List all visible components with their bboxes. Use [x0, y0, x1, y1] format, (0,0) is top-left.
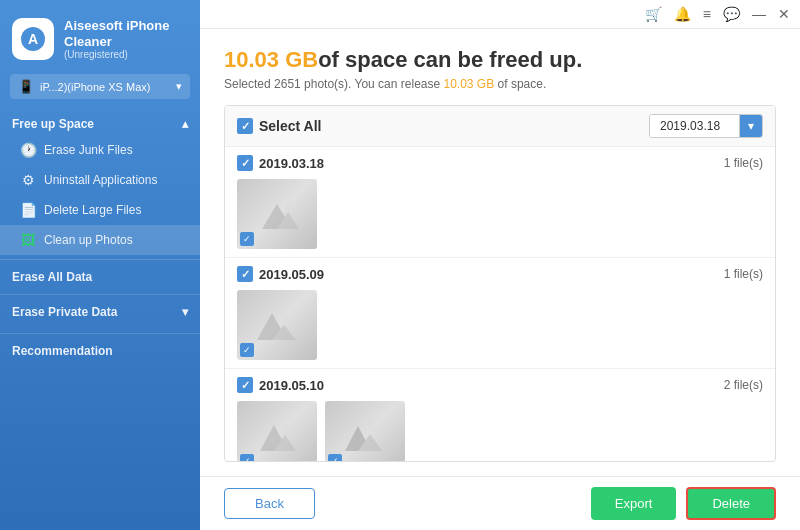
app-title-block: Aiseesoft iPhoneCleaner (Unregistered)	[64, 18, 169, 60]
phone-icon: 📱	[18, 79, 34, 94]
group-header-3: ✓ 2019.05.10 2 file(s)	[237, 377, 763, 393]
group-checkbox-2[interactable]: ✓	[237, 266, 253, 282]
main-content: 🛒 🔔 ≡ 💬 — ✕ 10.03 GBof space can be free…	[200, 0, 800, 530]
sidebar-item-delete-large[interactable]: 📄 Delete Large Files	[0, 195, 200, 225]
chevron-down-icon: ▾	[176, 80, 182, 93]
photo-thumb-1-1[interactable]: ✓	[237, 179, 317, 249]
section-free-up-space[interactable]: Free up Space ▴	[0, 109, 200, 135]
bell-icon[interactable]: 🔔	[674, 6, 691, 22]
space-amount: 10.03 GB	[224, 47, 318, 72]
apps-icon: ⚙	[20, 172, 36, 188]
group-checkbox-1[interactable]: ✓	[237, 155, 253, 171]
group-header-2: ✓ 2019.05.09 1 file(s)	[237, 266, 763, 282]
app-subtitle: (Unregistered)	[64, 49, 169, 60]
group-date-1: ✓ 2019.03.18	[237, 155, 324, 171]
filter-row: ✓ Select All 2019.03.18 ▾	[225, 106, 775, 147]
group-count-2: 1 file(s)	[724, 267, 763, 281]
thumb-checkbox-3-1[interactable]: ✓	[240, 454, 254, 462]
svg-point-4	[285, 201, 295, 211]
minimize-icon[interactable]: —	[752, 6, 766, 22]
select-all-text: Select All	[259, 118, 322, 134]
chevron-up-icon: ▴	[182, 117, 188, 131]
svg-point-7	[283, 313, 293, 323]
group-date-text-3: 2019.05.10	[259, 378, 324, 393]
delete-button[interactable]: Delete	[686, 487, 776, 520]
select-all-checkbox[interactable]: ✓	[237, 118, 253, 134]
section-recommendation[interactable]: Recommendation	[0, 333, 200, 368]
photo-thumb-3-2[interactable]: ✓	[325, 401, 405, 462]
app-header: A Aiseesoft iPhoneCleaner (Unregistered)	[0, 0, 200, 74]
thumb-checkbox-2-1[interactable]: ✓	[240, 343, 254, 357]
svg-point-13	[368, 422, 378, 432]
close-icon[interactable]: ✕	[778, 6, 790, 22]
photo-icon: 🖼	[20, 232, 36, 248]
export-button[interactable]: Export	[591, 487, 677, 520]
photo-thumbnails-3: ✓ ✓	[237, 401, 763, 462]
thumb-checkbox-1-1[interactable]: ✓	[240, 232, 254, 246]
group-date-text-2: 2019.05.09	[259, 267, 324, 282]
page-title: 10.03 GBof space can be freed up.	[224, 47, 776, 73]
date-filter-dropdown[interactable]: 2019.03.18 ▾	[649, 114, 763, 138]
clock-icon: 🕐	[20, 142, 36, 158]
photo-group-2: ✓ 2019.05.09 1 file(s)	[225, 258, 775, 369]
menu-icon[interactable]: ≡	[703, 6, 711, 22]
group-header-1: ✓ 2019.03.18 1 file(s)	[237, 155, 763, 171]
group-date-3: ✓ 2019.05.10	[237, 377, 324, 393]
group-date-2: ✓ 2019.05.09	[237, 266, 324, 282]
photo-thumbnails-1: ✓	[237, 179, 763, 249]
photo-thumbnails-2: ✓	[237, 290, 763, 360]
group-date-text-1: 2019.03.18	[259, 156, 324, 171]
bottom-bar: Back Export Delete	[200, 476, 800, 530]
cart-icon[interactable]: 🛒	[645, 6, 662, 22]
titlebar: 🛒 🔔 ≡ 💬 — ✕	[200, 0, 800, 29]
device-selector[interactable]: 📱 iP...2)(iPhone XS Max) ▾	[10, 74, 190, 99]
photo-group-3: ✓ 2019.05.10 2 file(s)	[225, 369, 775, 462]
group-checkbox-3[interactable]: ✓	[237, 377, 253, 393]
photo-list: ✓ Select All 2019.03.18 ▾ ✓ 2019.03.18 1…	[224, 105, 776, 462]
thumb-checkbox-3-2[interactable]: ✓	[328, 454, 342, 462]
action-buttons: Export Delete	[591, 487, 776, 520]
date-filter-arrow[interactable]: ▾	[740, 115, 762, 137]
page-title-suffix: of space can be freed up.	[318, 47, 582, 72]
photo-thumb-2-1[interactable]: ✓	[237, 290, 317, 360]
chat-icon[interactable]: 💬	[723, 6, 740, 22]
photo-thumb-3-1[interactable]: ✓	[237, 401, 317, 462]
photo-group-1: ✓ 2019.03.18 1 file(s)	[225, 147, 775, 258]
svg-text:A: A	[28, 31, 38, 47]
file-icon: 📄	[20, 202, 36, 218]
chevron-down-icon: ▾	[182, 305, 188, 319]
select-all-label[interactable]: ✓ Select All	[237, 118, 322, 134]
sidebar-item-clean-photos[interactable]: 🖼 Clean up Photos	[0, 225, 200, 255]
sidebar-item-erase-junk[interactable]: 🕐 Erase Junk Files	[0, 135, 200, 165]
back-button[interactable]: Back	[224, 488, 315, 519]
app-title: Aiseesoft iPhoneCleaner	[64, 18, 169, 49]
date-filter-value: 2019.03.18	[650, 115, 740, 137]
section-erase-all-data[interactable]: Erase All Data	[0, 259, 200, 294]
subtitle: Selected 2651 photo(s). You can release …	[224, 77, 776, 91]
section-erase-private-data[interactable]: Erase Private Data ▾	[0, 294, 200, 329]
device-name: iP...2)(iPhone XS Max)	[40, 81, 150, 93]
sidebar: A Aiseesoft iPhoneCleaner (Unregistered)…	[0, 0, 200, 530]
group-count-3: 2 file(s)	[724, 378, 763, 392]
svg-point-10	[282, 423, 292, 433]
group-count-1: 1 file(s)	[724, 156, 763, 170]
app-logo: A	[12, 18, 54, 60]
sidebar-item-uninstall-apps[interactable]: ⚙ Uninstall Applications	[0, 165, 200, 195]
content-area: 10.03 GBof space can be freed up. Select…	[200, 29, 800, 476]
